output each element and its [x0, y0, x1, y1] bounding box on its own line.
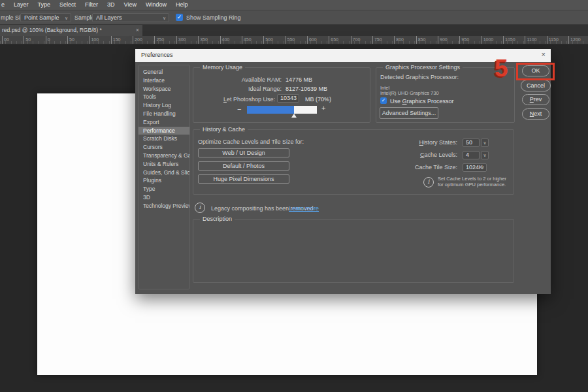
sidebar-item-transparency-gamut[interactable]: Transparency & Gamut [139, 152, 189, 160]
memory-usage-title: Memory Usage [200, 64, 245, 71]
dialog-close-icon[interactable]: × [542, 50, 546, 58]
sidebar-item-performance[interactable]: Performance [139, 127, 189, 135]
cancel-button[interactable]: Cancel [521, 80, 551, 91]
show-sampling-ring-label: Show Sampling Ring [186, 14, 241, 21]
ruler-label: 1050 [503, 36, 515, 44]
sidebar-item-export[interactable]: Export [139, 118, 189, 127]
sample-size-dropdown[interactable]: Point Sample ∨ [20, 13, 71, 22]
ruler-label: 400 [220, 36, 230, 44]
menu-item-select[interactable]: Select [55, 0, 80, 10]
ruler-label: 100 [89, 36, 99, 44]
sidebar-item-technology-previews[interactable]: Technology Previews [139, 202, 189, 210]
sidebar-item-cursors[interactable]: Cursors [139, 143, 189, 152]
menu-item-3d[interactable]: 3D [103, 0, 120, 10]
sidebar-item-interface[interactable]: Interface [139, 76, 189, 85]
preset-button-default-photos[interactable]: Default / Photos [198, 161, 289, 171]
advanced-settings-button[interactable]: Advanced Settings... [380, 107, 438, 119]
sidebar-item-scratch-disks[interactable]: Scratch Disks [139, 135, 189, 143]
preset-button-huge-pixel-dimensions[interactable]: Huge Pixel Dimensions [198, 174, 289, 184]
cache-levels-label: Cache Levels: [376, 152, 457, 158]
available-ram-label: Available RAM: [193, 76, 282, 83]
document-tab[interactable]: red.psd @ 100% (Background, RGB/8) * × [0, 25, 142, 36]
ruler-label: 0 [46, 36, 50, 44]
ruler-label: 50 [67, 36, 74, 44]
dropdown-row-cache-levels: Cache Levels:4∨ [376, 151, 515, 159]
ram-slider-thumb[interactable] [291, 114, 297, 118]
optimize-label: Optimize Cache Levels and Tile Size for: [198, 139, 304, 145]
ruler-label: 850 [416, 36, 426, 44]
chevron-down-icon[interactable]: ∨ [481, 151, 489, 159]
slider-plus-button[interactable]: + [321, 104, 325, 112]
sidebar-item-type[interactable]: Type [139, 185, 189, 193]
ruler-label: 750 [372, 36, 382, 44]
use-gpu-label: Use Graphics Processor [390, 98, 454, 105]
chevron-down-icon: ∨ [163, 15, 166, 21]
sidebar-item-workspace[interactable]: Workspace [139, 85, 189, 93]
info-icon: i [195, 203, 205, 213]
ruler-label: 250 [154, 36, 164, 44]
ideal-range-label: Ideal Range: [193, 86, 282, 92]
chevron-down-icon[interactable]: ∨ [480, 163, 486, 172]
ok-highlight-box [516, 63, 555, 80]
document-tab-title: red.psd @ 100% (Background, RGB/8) * [2, 27, 102, 33]
sample-value: All Layers [96, 14, 122, 21]
ruler-label: 450 [242, 36, 252, 44]
sidebar-item-history-log[interactable]: History Log [139, 101, 189, 110]
sidebar-item-plugins[interactable]: Plugins [139, 176, 189, 185]
history-states-dropdown[interactable]: 50 [463, 139, 480, 147]
tab-close-icon[interactable]: × [136, 25, 139, 36]
ruler-label: 1000 [482, 36, 494, 44]
menu-item-e[interactable]: e [0, 0, 9, 10]
sidebar-item-units-rulers[interactable]: Units & Rulers [139, 160, 189, 169]
ruler-label: 800 [394, 36, 404, 44]
sidebar-item-tools[interactable]: Tools [139, 93, 189, 101]
chevron-down-icon: ∨ [65, 15, 68, 21]
ram-amount-input[interactable]: 10343 [277, 94, 299, 103]
memory-usage-group: Memory Usage Available RAM: 14776 MB Ide… [193, 67, 370, 123]
preset-button-web-ui-design[interactable]: Web / UI Design [198, 148, 289, 157]
dialog-body: GeneralInterfaceWorkspaceToolsHistory Lo… [135, 62, 551, 294]
step-5-annotation: 5 [495, 56, 508, 80]
learn-more-link[interactable]: Learn more [289, 205, 319, 212]
check-icon: ✓ [382, 97, 386, 103]
prev-button[interactable]: Prev [522, 94, 549, 105]
dialog-title-bar[interactable]: Preferences × [135, 49, 551, 62]
sample-size-value: Point Sample [24, 14, 59, 21]
ideal-range-value: 8127-10639 MB [286, 86, 327, 92]
ruler-label: 900 [438, 36, 448, 44]
chevron-down-icon[interactable]: ∨ [481, 139, 489, 147]
ruler-label: 1150 [547, 36, 559, 44]
use-gpu-checkbox[interactable]: ✓ [380, 97, 387, 104]
gpu-settings-title: Graphics Processor Settings [383, 64, 463, 71]
slider-minus-button[interactable]: − [237, 105, 241, 113]
sample-dropdown[interactable]: All Layers ∨ [92, 13, 169, 22]
menu-item-layer[interactable]: Layer [9, 0, 33, 10]
menu-item-view[interactable]: View [120, 0, 141, 10]
menu-item-filter[interactable]: Filter [80, 0, 103, 10]
menu-item-help[interactable]: Help [171, 0, 193, 10]
sidebar-item-3d[interactable]: 3D [139, 193, 189, 202]
preferences-sidebar: GeneralInterfaceWorkspaceToolsHistory Lo… [138, 65, 190, 289]
show-sampling-ring-checkbox[interactable]: ✓ [176, 14, 183, 21]
ram-slider-fill [247, 106, 294, 114]
ram-slider-track[interactable] [247, 106, 317, 114]
description-group: Description [193, 219, 514, 283]
cache-levels-dropdown[interactable]: 4 [463, 151, 480, 159]
sidebar-item-file-handling[interactable]: File Handling [139, 110, 189, 118]
menu-item-type[interactable]: Type [33, 0, 56, 10]
history-states-label: History States: [376, 139, 457, 146]
sidebar-item-general[interactable]: General [139, 68, 189, 76]
ruler-label: 600 [307, 36, 317, 44]
ruler-label: 1200 [568, 36, 581, 44]
dropdown-row-cache-tile-size: Cache Tile Size:1024K∨ [376, 163, 515, 172]
menu-item-window[interactable]: Window [141, 0, 171, 10]
gpu-model: Intel(R) UHD Graphics 730 [380, 90, 439, 96]
ruler-label: 00 [2, 36, 9, 44]
gpu-cache-note: Set Cache Levels to 2 or higher for opti… [438, 176, 511, 188]
ruler-label: 1100 [525, 36, 536, 44]
next-button[interactable]: Next [522, 108, 549, 120]
history-cache-title: History & Cache [200, 126, 248, 133]
tab-bar: red.psd @ 100% (Background, RGB/8) * × [0, 25, 588, 36]
sidebar-item-guides-grid-slices[interactable]: Guides, Grid & Slices [139, 169, 189, 177]
ruler-label: 950 [459, 36, 469, 44]
